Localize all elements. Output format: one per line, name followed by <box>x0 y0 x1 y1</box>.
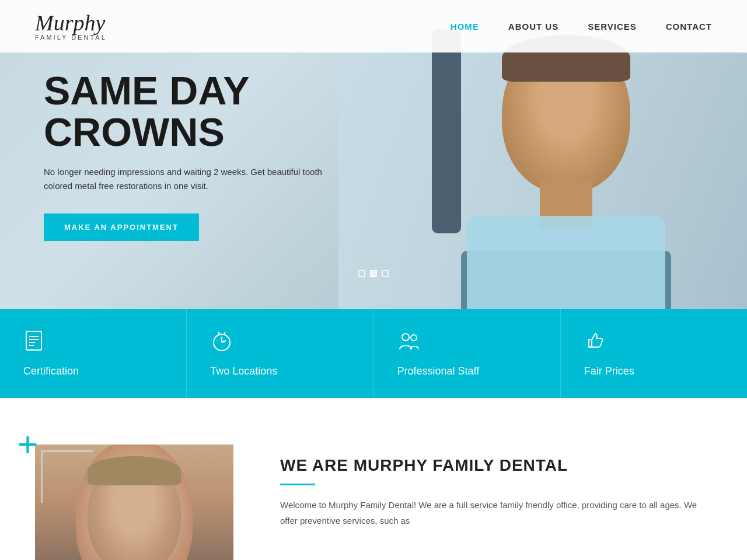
certification-icon <box>23 330 47 356</box>
feature-professional-staff: Professional Staff <box>374 309 561 398</box>
nav-item-services[interactable]: SERVICES <box>588 22 637 32</box>
about-section: + WE ARE MURPHY FAMILY DENTAL Welcome to… <box>0 398 747 560</box>
professional-staff-label: Professional Staff <box>397 365 480 377</box>
logo-sub: Family Dental <box>35 34 107 41</box>
svg-line-7 <box>222 341 226 342</box>
feature-fair-prices: Fair Prices <box>561 309 747 398</box>
logo-script: Murphy <box>35 12 107 34</box>
feature-two-locations: Two Locations <box>187 309 374 398</box>
header: Murphy Family Dental HOMEABOUT USSERVICE… <box>0 0 747 52</box>
two-locations-icon <box>210 330 233 356</box>
professional-staff-icon <box>397 330 421 356</box>
fair-prices-label: Fair Prices <box>584 365 634 377</box>
slider-dot-1[interactable] <box>358 270 365 277</box>
appointment-button[interactable]: MAKE AN APPOINTMENT <box>44 214 199 241</box>
svg-point-10 <box>402 334 409 341</box>
fair-prices-icon <box>584 330 608 356</box>
about-content: WE ARE MURPHY FAMILY DENTAL Welcome to M… <box>280 444 712 528</box>
svg-point-11 <box>411 335 417 341</box>
about-text: Welcome to Murphy Family Dental! We are … <box>280 497 712 528</box>
features-bar: Certification Two Locations Professional… <box>0 309 747 398</box>
about-title: WE ARE MURPHY FAMILY DENTAL <box>280 456 712 475</box>
about-image-area: + <box>35 444 233 560</box>
two-locations-label: Two Locations <box>210 365 277 377</box>
certification-label: Certification <box>23 365 79 377</box>
nav-item-contact[interactable]: CONTACT <box>666 22 712 32</box>
nav-item-home[interactable]: HOME <box>451 22 479 32</box>
svg-line-9 <box>224 332 225 334</box>
slider-dot-3[interactable] <box>382 270 389 277</box>
svg-line-8 <box>218 332 219 334</box>
nav-item-about[interactable]: ABOUT US <box>508 22 558 32</box>
main-nav: HOMEABOUT USSERVICESCONTACT <box>451 22 712 32</box>
hero-title: SAME DAY CROWNS <box>44 70 747 153</box>
plus-decoration: + <box>18 427 38 462</box>
logo: Murphy Family Dental <box>35 12 107 41</box>
about-divider <box>280 484 315 485</box>
feature-certification: Certification <box>0 309 187 398</box>
slider-dot-2[interactable] <box>370 270 377 277</box>
bracket-decoration <box>41 450 93 503</box>
slider-dots <box>358 270 389 277</box>
svg-rect-0 <box>26 331 41 350</box>
hero-subtitle: No longer needing impressions and waitin… <box>44 165 324 193</box>
